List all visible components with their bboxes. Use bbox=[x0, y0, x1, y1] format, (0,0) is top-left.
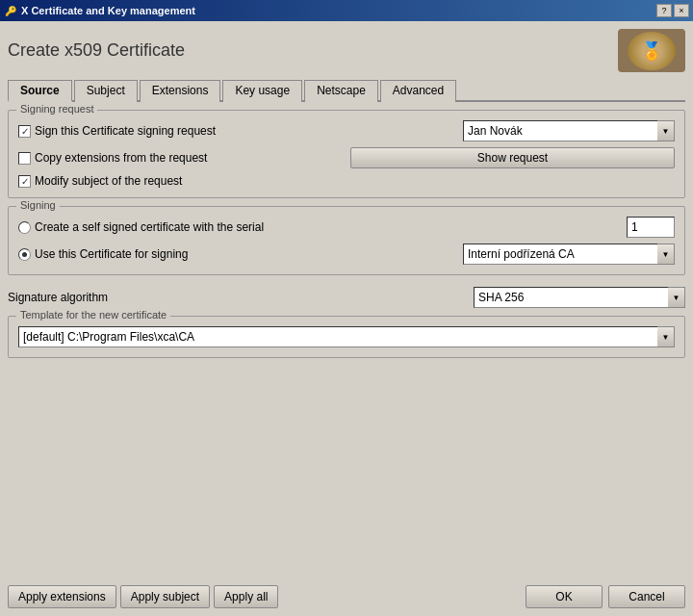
signature-dropdown[interactable]: SHA 256 SHA 384 SHA 512 MD5 ▼ bbox=[474, 287, 685, 308]
serial-input[interactable] bbox=[627, 217, 675, 238]
self-signed-radio[interactable] bbox=[18, 221, 31, 234]
template-dropdown[interactable]: [default] C:\Program Files\xca\CA ▼ bbox=[18, 326, 675, 347]
signature-algorithm-row: Signature algorithm SHA 256 SHA 384 SHA … bbox=[8, 287, 685, 308]
dialog-header: Create x509 Certificate 🏅 bbox=[8, 29, 685, 72]
requester-dropdown[interactable]: Jan Novák ▼ bbox=[463, 120, 675, 141]
signing-group-label: Signing bbox=[16, 199, 60, 211]
signature-algorithm-label: Signature algorithm bbox=[8, 291, 142, 304]
tab-netscape[interactable]: Netscape bbox=[304, 80, 378, 102]
copy-extensions-row: Copy extensions from the request Show re… bbox=[18, 147, 675, 168]
copy-extensions-label[interactable]: Copy extensions from the request bbox=[18, 151, 343, 165]
self-signed-row: Create a self signed certificate with th… bbox=[18, 217, 675, 238]
tab-source[interactable]: Source bbox=[8, 80, 72, 102]
modify-subject-label[interactable]: Modify subject of the request bbox=[18, 174, 675, 188]
dialog: Create x509 Certificate 🏅 Source Subject… bbox=[0, 21, 693, 616]
modify-subject-checkbox[interactable] bbox=[18, 175, 31, 188]
self-signed-label[interactable]: Create a self signed certificate with th… bbox=[18, 220, 619, 234]
apply-all-button[interactable]: Apply all bbox=[214, 585, 278, 608]
template-group: Template for the new certificate [defaul… bbox=[8, 316, 685, 358]
apply-subject-button[interactable]: Apply subject bbox=[120, 585, 210, 608]
ca-select[interactable]: Interní podřízená CA bbox=[463, 244, 675, 265]
show-request-wrap: Show request bbox=[350, 147, 675, 168]
signing-request-label: Signing request bbox=[16, 103, 97, 115]
requester-select[interactable]: Jan Novák bbox=[463, 120, 675, 141]
help-button[interactable]: ? bbox=[656, 4, 672, 17]
signing-group: Signing Create a self signed certificate… bbox=[8, 206, 685, 275]
tab-bar: Source Subject Extensions Key usage Nets… bbox=[8, 78, 685, 102]
dialog-footer: Apply extensions Apply subject Apply all… bbox=[8, 585, 685, 608]
ca-dropdown[interactable]: Interní podřízená CA ▼ bbox=[463, 244, 675, 265]
tab-content: Signing request Sign this Certificate si… bbox=[8, 110, 685, 578]
apply-buttons: Apply extensions Apply subject Apply all bbox=[8, 585, 278, 608]
use-cert-radio[interactable] bbox=[18, 248, 31, 261]
tab-key-usage[interactable]: Key usage bbox=[222, 80, 302, 102]
requester-select-wrap: Jan Novák ▼ bbox=[350, 120, 675, 141]
use-cert-label[interactable]: Use this Certificate for signing bbox=[18, 247, 455, 261]
logo-area: 🏅 bbox=[618, 29, 685, 72]
tab-extensions[interactable]: Extensions bbox=[140, 80, 221, 102]
tab-advanced[interactable]: Advanced bbox=[380, 80, 456, 102]
apply-extensions-button[interactable]: Apply extensions bbox=[8, 585, 116, 608]
ok-cancel-buttons: OK Cancel bbox=[526, 585, 685, 608]
cancel-button[interactable]: Cancel bbox=[608, 585, 685, 608]
sign-checkbox-label[interactable]: Sign this Certificate signing request bbox=[18, 124, 343, 138]
use-cert-row: Use this Certificate for signing Interní… bbox=[18, 244, 675, 265]
tab-subject[interactable]: Subject bbox=[74, 80, 138, 102]
modify-subject-row: Modify subject of the request bbox=[18, 174, 675, 188]
ok-button[interactable]: OK bbox=[526, 585, 603, 608]
app-icon: 🔑 bbox=[4, 4, 17, 17]
sign-checkbox[interactable] bbox=[18, 125, 31, 138]
close-button[interactable]: × bbox=[674, 4, 689, 17]
sign-request-row: Sign this Certificate signing request Ja… bbox=[18, 120, 675, 141]
show-request-button[interactable]: Show request bbox=[350, 147, 675, 168]
signing-request-group: Signing request Sign this Certificate si… bbox=[8, 110, 685, 198]
signature-select[interactable]: SHA 256 SHA 384 SHA 512 MD5 bbox=[474, 287, 685, 308]
template-group-label: Template for the new certificate bbox=[16, 309, 170, 321]
logo-icon: 🏅 bbox=[628, 32, 676, 70]
dialog-title: Create x509 Certificate bbox=[8, 40, 185, 61]
window-title: X Certificate and Key management bbox=[21, 5, 195, 16]
titlebar: 🔑 X Certificate and Key management ? × bbox=[0, 0, 693, 21]
copy-extensions-checkbox[interactable] bbox=[18, 152, 31, 165]
template-select[interactable]: [default] C:\Program Files\xca\CA bbox=[18, 326, 675, 347]
